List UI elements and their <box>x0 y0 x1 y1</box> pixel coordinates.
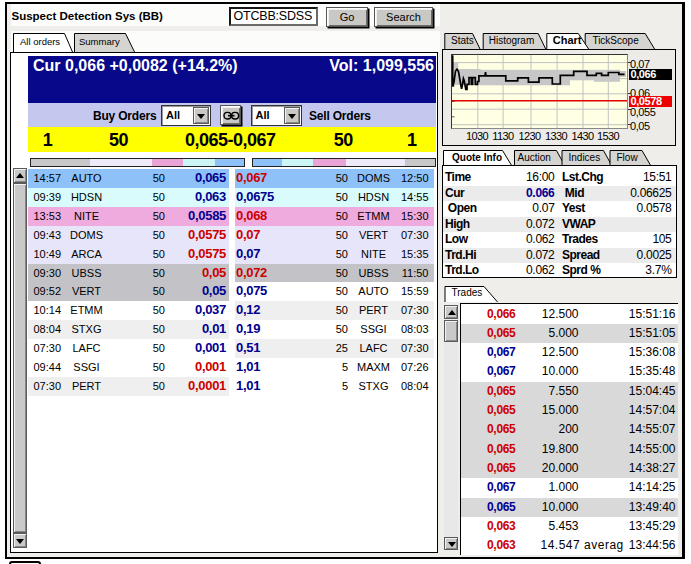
svg-text:Chart: Chart <box>553 33 582 45</box>
svg-text:Summary: Summary <box>79 36 120 47</box>
svg-text:Indices: Indices <box>569 152 601 163</box>
svg-text:All orders: All orders <box>20 36 60 47</box>
svg-text:Stats: Stats <box>451 34 474 45</box>
svg-text:TickScope: TickScope <box>592 34 639 45</box>
svg-text:Histogram: Histogram <box>489 34 535 45</box>
svg-text:Trades: Trades <box>452 287 483 298</box>
svg-text:Auction: Auction <box>518 152 551 163</box>
svg-text:Quote Info: Quote Info <box>452 152 502 163</box>
svg-text:Flow: Flow <box>617 152 639 163</box>
